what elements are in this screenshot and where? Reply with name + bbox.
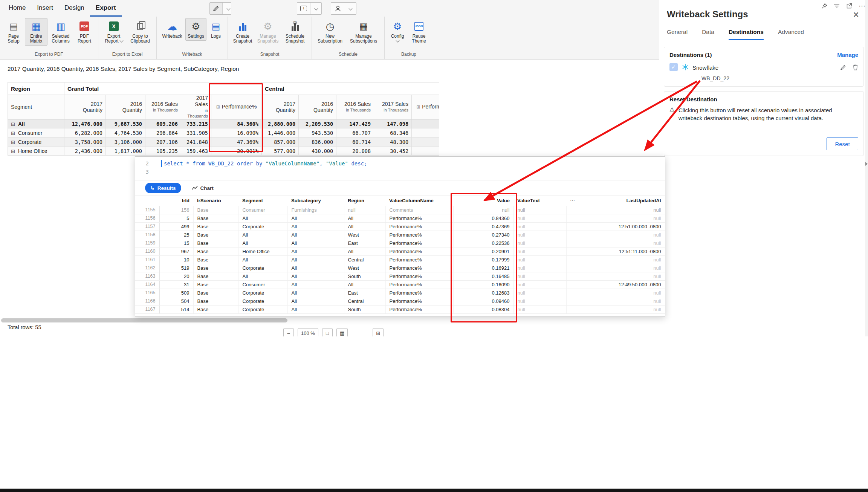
expand-icon[interactable]: ⊞ xyxy=(11,148,15,154)
reset-button[interactable]: Reset xyxy=(827,138,858,150)
tab-destinations[interactable]: Destinations xyxy=(729,29,764,40)
close-icon[interactable]: × xyxy=(853,10,859,20)
results-cell: null xyxy=(513,305,566,313)
fit-page-button[interactable]: □ xyxy=(322,328,333,336)
page-setup-button[interactable]: ▤ Page Setup xyxy=(3,18,24,46)
matrix-column-2016-sales-central[interactable]: 2016 Salesin Thousands xyxy=(336,95,374,119)
tab-home[interactable]: Home xyxy=(3,0,31,17)
results-cell: All xyxy=(344,214,385,222)
vertical-scrollbar[interactable] xyxy=(865,0,868,336)
results-row[interactable]: 116431BaseConsumerAllAllPerformance%0.16… xyxy=(135,280,665,289)
filter-icon[interactable] xyxy=(834,3,840,9)
results-row[interactable]: 1167514BaseCorporateAllSouthPerformance%… xyxy=(135,305,665,313)
matrix-column-performance-gt[interactable]: ⊞Performance% xyxy=(211,95,262,119)
add-comment-split-button[interactable]: + xyxy=(297,2,322,15)
results-row[interactable]: 115915BaseAllAllEastPerformance%0.22536n… xyxy=(135,239,665,247)
query-results-window: 2 3 select * from WB_DD_22 order by "Val… xyxy=(135,156,665,317)
results-cell: 0.16921 xyxy=(453,264,513,272)
config-button[interactable]: ⚙ Config xyxy=(388,18,407,44)
results-column-irid[interactable]: IrId xyxy=(159,196,193,206)
results-row[interactable]: 115825BaseAllAllWestPerformance%0.27340n… xyxy=(135,231,665,239)
actual-size-button[interactable]: ⊞ xyxy=(373,328,384,336)
results-column-valuecolumnname[interactable]: ValueColumnName xyxy=(385,196,453,206)
edit-split-button[interactable] xyxy=(209,2,231,15)
hidden-columns-indicator[interactable]: ⋯ xyxy=(566,196,577,206)
export-report-button[interactable]: X Export Report xyxy=(101,18,126,46)
chart-tab[interactable]: Chart xyxy=(192,185,214,191)
results-row[interactable]: 1155156BaseConsumerFurnishingsnullCommen… xyxy=(135,206,665,214)
sql-editor[interactable]: 2 3 select * from WB_DD_22 order by "Val… xyxy=(135,157,665,180)
edit-destination-icon[interactable] xyxy=(840,64,846,72)
matrix-column-2017-sales-central[interactable]: 2017 Salesin Thousands xyxy=(374,95,412,119)
schedule-snapshot-button[interactable]: ◷ Schedule Snapshot xyxy=(281,18,309,46)
results-column-irscenario[interactable]: IrScenario xyxy=(193,196,238,206)
reuse-theme-button[interactable]: JSON Reuse Theme xyxy=(408,18,430,46)
results-row[interactable]: 11565BaseAllAllAllPerformance%0.84360nul… xyxy=(135,214,665,222)
matrix-column-2017-quantity-gt[interactable]: 2017Quantity xyxy=(64,95,106,119)
results-column-valuetext[interactable]: ValueText xyxy=(513,196,566,206)
results-tab[interactable]: ↳ Results xyxy=(145,183,181,193)
expand-icon[interactable]: ⊞ xyxy=(11,139,15,145)
matrix-row-corporate[interactable]: ⊞Corporate 3,758.000 3,106.000 207.106 2… xyxy=(8,138,440,147)
results-row[interactable]: 1157499BaseCorporateAllAllPerformance%0.… xyxy=(135,222,665,231)
writeback-button[interactable]: ☁✎ Writeback xyxy=(160,18,185,41)
results-column-segment[interactable]: Segment xyxy=(238,196,287,206)
expand-icon[interactable]: ⊞ xyxy=(11,130,15,136)
comment-dropdown[interactable] xyxy=(310,3,321,14)
tab-advanced[interactable]: Advanced xyxy=(778,29,804,40)
matrix-row-all[interactable]: ⊟All 12,476.000 9,687.530 609.206 733.21… xyxy=(8,119,440,128)
matrix-column-2016-quantity-gt[interactable]: 2016Quantity xyxy=(106,95,145,119)
new-subscription-button[interactable]: ◷ New Subscription xyxy=(315,18,345,46)
matrix-column-2016-quantity-central[interactable]: 2016Quantity xyxy=(299,95,336,119)
account-button[interactable] xyxy=(331,2,356,15)
tab-data[interactable]: Data xyxy=(702,29,714,40)
matrix-column-2017-sales-gt[interactable]: 2017 Salesin Thousands xyxy=(181,95,211,119)
results-cell: 967 xyxy=(159,247,193,255)
manage-link[interactable]: Manage xyxy=(837,52,858,58)
results-cell: 10 xyxy=(159,255,193,264)
fit-width-button[interactable]: ▦ xyxy=(336,328,348,336)
matrix-row-home-office[interactable]: ⊞Home Office 2,436.000 1,817.000 105.235… xyxy=(8,147,440,156)
pin-icon[interactable] xyxy=(821,3,827,9)
create-snapshot-button[interactable]: Create Snapshot xyxy=(231,18,254,46)
destination-checkbox[interactable]: ✓ xyxy=(669,63,678,71)
matrix-column-2017-quantity-central[interactable]: 2017Quantity xyxy=(262,95,299,119)
results-column-region[interactable]: Region xyxy=(344,196,385,206)
results-column-lastupdatedat[interactable]: LastUpdatedAt xyxy=(577,196,665,206)
sql-code-line[interactable]: select * from WB_DD_22 order by "ValueCo… xyxy=(153,157,665,180)
settings-button[interactable]: ⚙ Settings xyxy=(185,18,206,41)
delete-destination-icon[interactable] xyxy=(853,64,858,72)
entire-matrix-button[interactable]: ▦ Entire Matrix xyxy=(25,18,47,46)
results-cell: 15 xyxy=(159,239,193,247)
results-row[interactable]: 116320BaseAllAllSouthPerformance%0.16485… xyxy=(135,272,665,280)
account-dropdown[interactable] xyxy=(345,3,355,14)
matrix-column-performance-central[interactable]: ⊞Perform xyxy=(412,95,439,119)
popout-icon[interactable] xyxy=(846,3,852,9)
results-row[interactable]: 116110BaseAllAllCentralPerformance%0.179… xyxy=(135,255,665,264)
matrix-row-consumer[interactable]: ⊞Consumer 6,282.000 4,764.530 296.864 33… xyxy=(8,128,440,138)
tab-export[interactable]: Export xyxy=(90,0,122,17)
matrix-column-2016-sales-gt[interactable]: 2016 Salesin Thousands xyxy=(145,95,181,119)
tab-general[interactable]: General xyxy=(667,29,688,40)
pdf-report-button[interactable]: PDF PDF Report xyxy=(74,18,95,46)
manage-subscriptions-button[interactable]: ▦ Manage Subscriptions xyxy=(346,18,381,46)
copy-to-clipboard-button[interactable]: Copy to Clipboard xyxy=(127,18,153,46)
results-row[interactable]: 1166504BaseCorporateAllCentralPerformanc… xyxy=(135,297,665,305)
logs-button[interactable]: ▤ Logs xyxy=(207,18,225,41)
results-row[interactable]: 1165509BaseCorporateAllEastPerformance%0… xyxy=(135,289,665,297)
results-column-value[interactable]: Value xyxy=(453,196,513,206)
tab-insert[interactable]: Insert xyxy=(31,0,59,17)
results-cell: 0.20901 xyxy=(453,247,513,255)
results-row[interactable]: 1162519BaseCorporateAllWestPerformance%0… xyxy=(135,264,665,272)
horizontal-scrollbar[interactable] xyxy=(1,318,287,322)
results-column-subcategory[interactable]: Subcategory xyxy=(287,196,344,206)
results-cell: All xyxy=(287,280,344,289)
selected-columns-button[interactable]: ▥ Selected Columns xyxy=(48,18,73,46)
zoom-out-button[interactable]: – xyxy=(283,328,294,336)
more-options-icon[interactable]: ⋯ xyxy=(859,4,865,8)
results-cell: 1167 xyxy=(135,305,159,313)
edit-dropdown[interactable] xyxy=(223,3,233,14)
tab-design[interactable]: Design xyxy=(59,0,90,17)
collapse-icon[interactable]: ⊟ xyxy=(11,121,15,127)
results-row[interactable]: 1160967BaseHome OfficeAllAllPerformance%… xyxy=(135,247,665,255)
